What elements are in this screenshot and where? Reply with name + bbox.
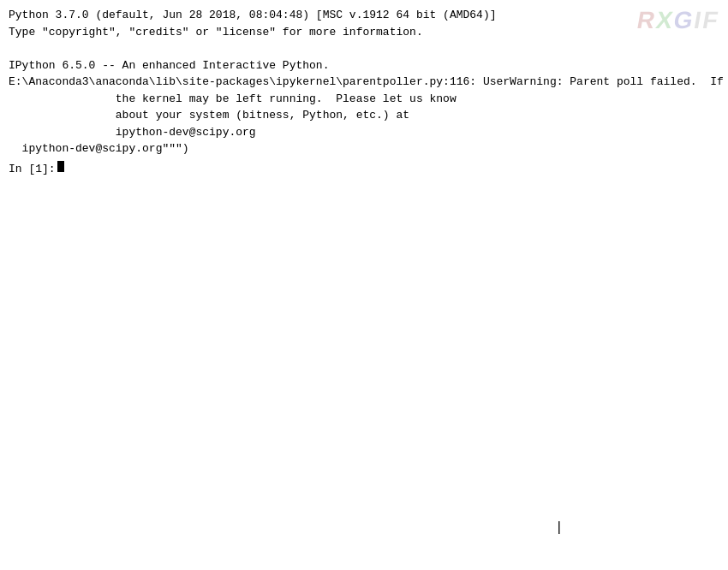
terminal-output: Python 3.7.0 (default, Jun 28 2018, 08:0…	[9, 7, 719, 157]
prompt-text: In [1]:	[9, 163, 56, 175]
mouse-cursor: |	[555, 520, 564, 536]
terminal-line: Type "copyright", "credits" or "license"…	[9, 24, 719, 41]
terminal-line	[9, 40, 719, 57]
watermark: RXGIF	[636, 7, 722, 34]
terminal-line: ipython-dev@scipy.org	[9, 124, 719, 141]
terminal-line: ipython-dev@scipy.org""")	[9, 140, 719, 157]
prompt-line[interactable]: In [1]:	[9, 161, 719, 175]
terminal-line: the kernel may be left running. Please l…	[9, 91, 719, 108]
terminal-line: about your system (bitness, Python, etc.…	[9, 107, 719, 124]
terminal-warning-line: E:\Anaconda3\anaconda\lib\site-packages\…	[9, 74, 719, 91]
cursor	[57, 161, 64, 172]
terminal-window[interactable]: RXGIF Python 3.7.0 (default, Jun 28 2018…	[0, 0, 728, 570]
terminal-line: IPython 6.5.0 -- An enhanced Interactive…	[9, 57, 719, 74]
terminal-line: Python 3.7.0 (default, Jun 28 2018, 08:0…	[9, 7, 719, 24]
